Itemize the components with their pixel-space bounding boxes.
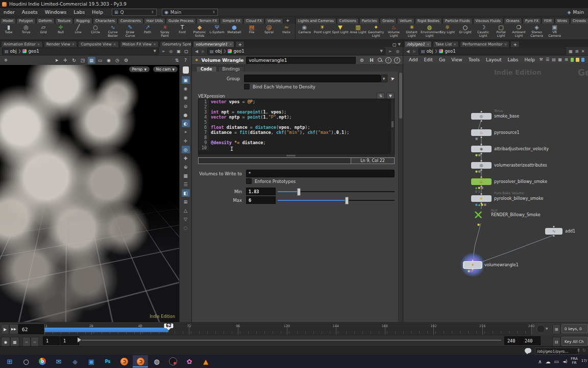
- group-dropdown[interactable]: ▼: [381, 75, 387, 82]
- forward-arrow-icon[interactable]: ▶: [201, 49, 206, 54]
- new-pane-tab[interactable]: +: [510, 41, 520, 47]
- shelf-tab-vellum[interactable]: Vellum: [397, 18, 414, 24]
- range-slider-track[interactable]: [82, 340, 501, 340]
- pane-tab-motion-fx-view[interactable]: Motion FX View×: [120, 41, 159, 47]
- code-vertical-scrollbar[interactable]: [391, 99, 394, 154]
- palette-swatch-0[interactable]: [571, 58, 574, 62]
- shelf-tab-terrain-fx[interactable]: Terrain FX: [197, 18, 219, 24]
- close-tab-icon[interactable]: ×: [153, 42, 156, 47]
- menu-nder[interactable]: nder: [0, 9, 18, 15]
- close-tab-icon[interactable]: ×: [72, 42, 75, 47]
- shelf-tab-characters[interactable]: Characters: [93, 18, 117, 24]
- clock[interactable]: 17/: [581, 359, 587, 363]
- vex-code-editor[interactable]: 1vector vpos = @P;23int npt = nearpoint(…: [198, 99, 395, 155]
- auto-key-icon[interactable]: ⊞: [552, 324, 560, 334]
- viewport-tool-icon-4[interactable]: ▦: [88, 57, 95, 64]
- tool-distant-light[interactable]: ✳Distant Light: [403, 24, 421, 37]
- pane-tab-performance-monitor[interactable]: Performance Monitor×: [460, 41, 509, 47]
- tool-torus[interactable]: ◎Torus: [17, 24, 35, 34]
- taskbar-opera-gx[interactable]: ◍: [149, 355, 164, 367]
- radar-icon[interactable]: ◎: [395, 49, 401, 54]
- tool-null[interactable]: ✛Null: [52, 24, 69, 34]
- side-tool-icon-6[interactable]: ⌖: [182, 128, 190, 136]
- shelf-tab-rigid-bodies[interactable]: Rigid Bodies: [415, 18, 442, 24]
- chevron-down-icon[interactable]: ▼: [546, 327, 548, 330]
- tool-gi-light[interactable]: ○GI Light: [456, 24, 474, 34]
- shelf-tab-guide-process[interactable]: Guide Process: [166, 18, 196, 24]
- tool-caustic-light[interactable]: ☽Caustic Light: [474, 24, 492, 37]
- side-tool-icon-3[interactable]: ⊘: [182, 102, 190, 110]
- net-menu-help[interactable]: Help: [522, 57, 537, 62]
- shelf-tab-wires[interactable]: Wires: [555, 18, 570, 24]
- pin-icon[interactable]: ➢: [160, 49, 166, 54]
- close-tab-icon[interactable]: ×: [453, 42, 456, 47]
- shelf-tab-constraints[interactable]: Constraints: [118, 18, 143, 24]
- radar-icon[interactable]: ◎: [168, 49, 174, 54]
- tool-spiral[interactable]: @Spiral: [260, 24, 278, 34]
- bind-density-checkbox[interactable]: [244, 84, 250, 89]
- volume-icon[interactable]: ◄): [562, 359, 567, 364]
- network-canvas[interactable]: Indie Edition Ge ◎smoke_baseTorus♨pyroso…: [403, 63, 588, 322]
- key-all-channels-button[interactable]: Key All Ch: [561, 337, 588, 346]
- close-tab-icon[interactable]: ×: [37, 42, 40, 47]
- node-volumerasterizeattributes[interactable]: ◍: [471, 162, 492, 169]
- tool-curve-bezier[interactable]: ∿Curve Bezier: [104, 24, 121, 37]
- code-horizontal-scrollbar[interactable]: [198, 154, 395, 157]
- taskbar-houdini-active[interactable]: [133, 355, 148, 367]
- camera-selector[interactable]: No cam▼: [153, 66, 178, 72]
- shelf-tab-polygon[interactable]: Polygon: [16, 18, 36, 24]
- viewport-tool-icon-7[interactable]: ◷: [114, 57, 121, 64]
- crumb-obj[interactable]: obj: [215, 49, 222, 54]
- net-toolbar-icon-1[interactable]: ☰: [545, 57, 550, 62]
- side-tool-icon-14[interactable]: ⊞: [182, 198, 190, 205]
- timeline-ruler[interactable]: 12448729612014416819221624062: [44, 324, 532, 335]
- node-smoke_base[interactable]: ◎: [471, 113, 492, 120]
- houdini-badge-icon[interactable]: H: [368, 58, 375, 63]
- close-tab-icon[interactable]: ×: [113, 42, 116, 47]
- tool-vr-camera[interactable]: ▣VR Camera: [546, 24, 564, 37]
- shelf-tab-pyro-fx[interactable]: Pyro FX: [523, 18, 541, 24]
- shelf-tab-add[interactable]: +: [284, 17, 292, 24]
- node-pyrosolver_billowy_smoke[interactable]: ♨: [471, 178, 492, 185]
- tool-portal-light[interactable]: ▢Portal Light: [492, 24, 510, 37]
- net-toolbar-icon-4[interactable]: ⊞: [564, 57, 569, 62]
- shelf-tab-cloud-fx[interactable]: Cloud FX: [243, 18, 264, 24]
- pane-tab-render-view[interactable]: Render View×: [44, 41, 78, 47]
- forward-arrow-icon[interactable]: ▶: [412, 49, 417, 54]
- side-tool-icon-9[interactable]: ✚: [182, 154, 190, 162]
- pane-tab-geometry-sprea[interactable]: Geometry Sprea...×: [160, 41, 191, 47]
- stowbar-handle[interactable]: [183, 66, 189, 74]
- node-pyrolook_billowy_smoke[interactable]: ★: [471, 195, 492, 202]
- shelf-tab-fem[interactable]: FEM: [542, 18, 554, 24]
- tool-line[interactable]: ╱Line: [69, 24, 87, 34]
- side-tool-icon-11[interactable]: ▦: [182, 172, 190, 179]
- pane-tab-take-list[interactable]: Take List×: [433, 41, 459, 47]
- crumb-geo1[interactable]: geo1: [28, 49, 39, 54]
- pin-icon[interactable]: ➢: [387, 49, 393, 54]
- tool-spot-light[interactable]: ▼Spot Light: [331, 24, 349, 34]
- tool-metaball[interactable]: ●Metaball: [226, 24, 243, 34]
- back-arrow-icon[interactable]: ◀: [405, 49, 410, 54]
- enforce-prototypes-checkbox[interactable]: [246, 178, 252, 184]
- viewport-tool-icon-8[interactable]: ⚙: [122, 57, 130, 64]
- tool-geometry-light[interactable]: ✦Geometry Light: [367, 24, 385, 37]
- taskbar-photoshop[interactable]: Ps: [100, 355, 115, 367]
- hidden-icons-chevron[interactable]: ∧: [538, 359, 542, 364]
- breadcrumb[interactable]: ▤ obj ❯ geo1: [419, 48, 566, 55]
- node-add1[interactable]: ∿: [545, 228, 562, 235]
- playback-start-field[interactable]: 1: [60, 336, 79, 345]
- menu-assets[interactable]: Assets: [18, 9, 41, 15]
- snapshot-icon[interactable]: ▣: [176, 49, 182, 54]
- crumb-obj[interactable]: obj: [10, 49, 17, 54]
- gear-icon[interactable]: ⚙: [358, 58, 365, 63]
- range-start-field[interactable]: 1: [43, 336, 60, 345]
- shelf-tab-grains[interactable]: Grains: [380, 18, 397, 24]
- tool-volume-light[interactable]: ♨Volume Light: [385, 24, 403, 37]
- tool-draw-curve[interactable]: ✎Draw Curve: [121, 24, 139, 37]
- range-limit-button[interactable]: ≡: [22, 337, 31, 347]
- range-lock-button[interactable]: ≡: [31, 337, 39, 347]
- breadcrumb[interactable]: ▤ obj ❯ geo1 ▼: [207, 48, 385, 55]
- side-tool-icon-10[interactable]: ⊕: [182, 163, 190, 171]
- playback-end-field[interactable]: 240: [504, 336, 523, 345]
- pane-gear-icon[interactable]: ⚙: [2, 57, 10, 64]
